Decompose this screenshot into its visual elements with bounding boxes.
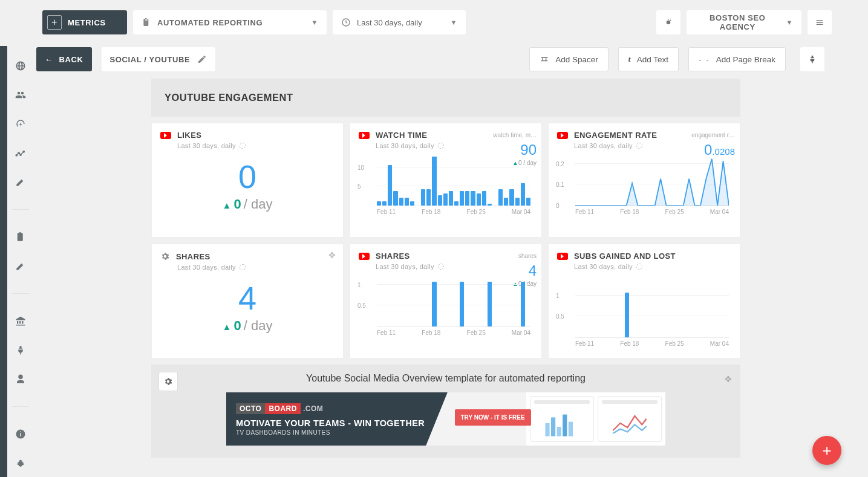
bank-icon[interactable] bbox=[15, 316, 26, 326]
chevron-down-icon: ▼ bbox=[451, 19, 458, 26]
breadcrumb-text: SOCIAL / YOUTUBE bbox=[110, 55, 191, 64]
main-content: YOUTUBE ENGAGEMENT LIKES Last 30 days, d… bbox=[151, 79, 740, 477]
likes-value: 0 bbox=[160, 160, 334, 193]
card-subtitle: Last 30 days, daily bbox=[376, 142, 533, 149]
card-engagement-rate[interactable]: ENGAGEMENT RATE Last 30 days, daily enga… bbox=[548, 123, 740, 238]
svg-rect-8 bbox=[545, 423, 549, 436]
card-shares-chart[interactable]: SHARES Last 30 days, daily shares 4 ▲0 /… bbox=[350, 244, 542, 359]
reporting-label: AUTOMATED REPORTING bbox=[157, 18, 263, 27]
separator bbox=[12, 209, 29, 210]
youtube-icon bbox=[359, 253, 370, 260]
target-icon bbox=[636, 264, 642, 270]
card-subtitle: Last 30 days, daily bbox=[177, 142, 334, 149]
theme-toggle-button[interactable] bbox=[656, 10, 680, 34]
daterange-dropdown[interactable]: Last 30 days, daily ▼ bbox=[333, 10, 466, 34]
metric-caption: shares bbox=[518, 253, 537, 259]
svg-rect-12 bbox=[569, 422, 573, 436]
svg-point-3 bbox=[20, 154, 21, 155]
daterange-label: Last 30 days, daily bbox=[357, 18, 422, 27]
youtube-icon bbox=[557, 132, 568, 139]
subs-chart: 0.51Feb 11Feb 18Feb 25Mar 04 bbox=[557, 288, 731, 349]
speed-icon[interactable] bbox=[15, 118, 26, 129]
gear-icon[interactable] bbox=[160, 251, 170, 261]
add-spacer-label: Add Spacer bbox=[555, 55, 598, 64]
edit-icon[interactable] bbox=[15, 177, 26, 187]
card-title: WATCH TIME bbox=[376, 131, 427, 140]
sun-moon-icon bbox=[664, 18, 673, 27]
edit2-icon[interactable] bbox=[15, 261, 26, 271]
chevron-down-icon: ▼ bbox=[786, 19, 794, 26]
add-page-break-button[interactable]: - - Add Page Break bbox=[688, 47, 786, 71]
shares-value: 4 bbox=[160, 282, 334, 314]
move-handle-icon[interactable]: ✥ bbox=[328, 250, 336, 260]
banner-cta-button[interactable]: TRY NOW - IT IS FREE bbox=[455, 409, 531, 426]
add-page-break-label: Add Page Break bbox=[716, 55, 775, 64]
likes-delta: ▲0/ day bbox=[160, 196, 334, 212]
spacer-icon bbox=[540, 54, 549, 64]
banner-card[interactable]: ✥ Youtube Social Media Overview template… bbox=[151, 365, 740, 458]
target-icon bbox=[438, 264, 444, 270]
card-title: LIKES bbox=[177, 131, 201, 140]
menu-button[interactable] bbox=[808, 10, 832, 34]
add-spacer-button[interactable]: Add Spacer bbox=[529, 47, 609, 71]
svg-rect-10 bbox=[557, 427, 561, 436]
chart-line-icon[interactable] bbox=[15, 148, 26, 158]
bug-icon[interactable] bbox=[15, 458, 26, 469]
arrow-left-icon: ← bbox=[45, 55, 53, 64]
metrics-label: METRICS bbox=[68, 18, 106, 27]
engagement-value: 0.0208 bbox=[704, 141, 735, 158]
plug-icon bbox=[808, 54, 817, 64]
plus-icon: + bbox=[822, 441, 831, 460]
banner-mock-preview bbox=[526, 392, 665, 446]
clipboard-icon[interactable] bbox=[15, 232, 26, 242]
agency-dropdown[interactable]: BOSTON SEO AGENCY ▼ bbox=[687, 10, 801, 34]
youtube-icon bbox=[359, 132, 370, 139]
svg-rect-11 bbox=[563, 415, 567, 436]
card-shares-summary[interactable]: ✥ SHARES Last 30 days, daily 4 ▲0/ day bbox=[151, 244, 344, 359]
watch-chart: 510Feb 11Feb 18Feb 25Mar 04 bbox=[359, 157, 533, 217]
engagement-chart: 00.10.2Feb 11Feb 18Feb 25Mar 04 bbox=[557, 157, 731, 217]
svg-point-2 bbox=[18, 152, 19, 154]
shares-chart-value: 4 bbox=[512, 262, 537, 279]
plug-icon[interactable] bbox=[15, 345, 26, 355]
gear-icon bbox=[163, 377, 173, 386]
section-title: YOUTUBE ENGAGEMENT bbox=[165, 92, 293, 103]
people-icon[interactable] bbox=[15, 89, 26, 100]
globe-icon[interactable] bbox=[15, 60, 26, 71]
svg-rect-6 bbox=[20, 433, 21, 436]
card-watch-time[interactable]: WATCH TIME Last 30 days, daily watch tim… bbox=[350, 123, 542, 238]
banner-sub: TV DASHBOARDS IN MINUTES bbox=[236, 429, 463, 436]
clock-icon bbox=[341, 18, 351, 27]
add-fab-button[interactable]: + bbox=[812, 436, 841, 465]
up-triangle-icon: ▲ bbox=[223, 200, 232, 210]
card-likes[interactable]: LIKES Last 30 days, daily 0 ▲0/ day bbox=[151, 123, 344, 238]
hamburger-icon bbox=[815, 18, 824, 27]
card-subtitle: Last 30 days, daily bbox=[574, 263, 731, 270]
back-label: BACK bbox=[59, 55, 83, 64]
left-sidebar bbox=[0, 46, 7, 477]
youtube-icon bbox=[160, 132, 171, 139]
agency-label: BOSTON SEO AGENCY bbox=[695, 13, 780, 31]
info-icon[interactable] bbox=[15, 429, 26, 440]
banner-brand: OCTOBOARD.COM bbox=[236, 404, 323, 413]
add-text-button[interactable]: t Add Text bbox=[618, 47, 679, 71]
separator bbox=[12, 293, 29, 294]
plugin-button[interactable] bbox=[800, 47, 824, 71]
plus-icon: + bbox=[47, 15, 62, 30]
move-handle-icon[interactable]: ✥ bbox=[725, 374, 732, 384]
up-triangle-icon: ▲ bbox=[223, 322, 232, 332]
svg-point-4 bbox=[23, 151, 24, 152]
reporting-dropdown[interactable]: AUTOMATED REPORTING ▼ bbox=[133, 10, 327, 34]
target-icon bbox=[240, 264, 246, 270]
card-subs[interactable]: SUBS GAINED AND LOST Last 30 days, daily… bbox=[548, 244, 740, 359]
back-button[interactable]: ← BACK bbox=[36, 47, 92, 71]
pencil-icon[interactable] bbox=[197, 54, 207, 64]
metrics-button[interactable]: + METRICS bbox=[42, 10, 127, 34]
breadcrumb[interactable]: SOCIAL / YOUTUBE bbox=[102, 47, 216, 71]
account-icon[interactable] bbox=[15, 374, 26, 385]
shares-chart: 0.51Feb 11Feb 18Feb 25Mar 04 bbox=[359, 277, 533, 338]
promo-banner[interactable]: OCTOBOARD.COM MOTIVATE YOUR TEAMS - WIN … bbox=[226, 392, 665, 446]
banner-settings-button[interactable] bbox=[158, 372, 178, 391]
clipboard-icon bbox=[142, 18, 151, 27]
watch-value: 90 bbox=[512, 141, 537, 158]
